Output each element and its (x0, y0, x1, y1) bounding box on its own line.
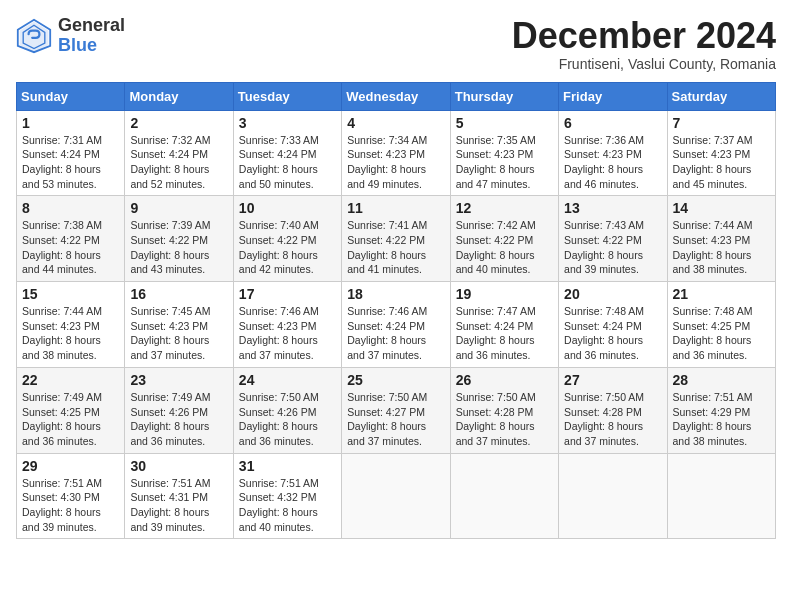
day-number: 3 (239, 115, 336, 131)
calendar-day-cell: 24Sunrise: 7:50 AMSunset: 4:26 PMDayligh… (233, 367, 341, 453)
day-info: Sunrise: 7:33 AMSunset: 4:24 PMDaylight:… (239, 133, 336, 192)
day-number: 13 (564, 200, 661, 216)
day-number: 26 (456, 372, 553, 388)
day-number: 27 (564, 372, 661, 388)
day-number: 8 (22, 200, 119, 216)
day-number: 4 (347, 115, 444, 131)
calendar-day-cell: 4Sunrise: 7:34 AMSunset: 4:23 PMDaylight… (342, 110, 450, 196)
day-info: Sunrise: 7:31 AMSunset: 4:24 PMDaylight:… (22, 133, 119, 192)
day-info: Sunrise: 7:39 AMSunset: 4:22 PMDaylight:… (130, 218, 227, 277)
logo-blue-text: Blue (58, 36, 125, 56)
day-number: 29 (22, 458, 119, 474)
calendar-day-cell: 8Sunrise: 7:38 AMSunset: 4:22 PMDaylight… (17, 196, 125, 282)
calendar-day-cell: 6Sunrise: 7:36 AMSunset: 4:23 PMDaylight… (559, 110, 667, 196)
title-section: December 2024 Fruntiseni, Vaslui County,… (512, 16, 776, 72)
calendar-day-cell: 25Sunrise: 7:50 AMSunset: 4:27 PMDayligh… (342, 367, 450, 453)
calendar-day-cell: 9Sunrise: 7:39 AMSunset: 4:22 PMDaylight… (125, 196, 233, 282)
calendar-week-row: 22Sunrise: 7:49 AMSunset: 4:25 PMDayligh… (17, 367, 776, 453)
day-info: Sunrise: 7:40 AMSunset: 4:22 PMDaylight:… (239, 218, 336, 277)
day-number: 28 (673, 372, 770, 388)
calendar-week-row: 1Sunrise: 7:31 AMSunset: 4:24 PMDaylight… (17, 110, 776, 196)
calendar-day-cell: 15Sunrise: 7:44 AMSunset: 4:23 PMDayligh… (17, 282, 125, 368)
month-title: December 2024 (512, 16, 776, 56)
calendar-week-row: 8Sunrise: 7:38 AMSunset: 4:22 PMDaylight… (17, 196, 776, 282)
day-number: 31 (239, 458, 336, 474)
empty-cell (559, 453, 667, 539)
weekday-header-wednesday: Wednesday (342, 82, 450, 110)
day-info: Sunrise: 7:51 AMSunset: 4:31 PMDaylight:… (130, 476, 227, 535)
weekday-header-monday: Monday (125, 82, 233, 110)
day-info: Sunrise: 7:45 AMSunset: 4:23 PMDaylight:… (130, 304, 227, 363)
empty-cell (450, 453, 558, 539)
day-info: Sunrise: 7:32 AMSunset: 4:24 PMDaylight:… (130, 133, 227, 192)
calendar-day-cell: 12Sunrise: 7:42 AMSunset: 4:22 PMDayligh… (450, 196, 558, 282)
day-info: Sunrise: 7:46 AMSunset: 4:23 PMDaylight:… (239, 304, 336, 363)
day-number: 20 (564, 286, 661, 302)
day-info: Sunrise: 7:46 AMSunset: 4:24 PMDaylight:… (347, 304, 444, 363)
day-info: Sunrise: 7:38 AMSunset: 4:22 PMDaylight:… (22, 218, 119, 277)
day-number: 17 (239, 286, 336, 302)
calendar-day-cell: 14Sunrise: 7:44 AMSunset: 4:23 PMDayligh… (667, 196, 775, 282)
weekday-header-thursday: Thursday (450, 82, 558, 110)
day-info: Sunrise: 7:51 AMSunset: 4:29 PMDaylight:… (673, 390, 770, 449)
day-info: Sunrise: 7:42 AMSunset: 4:22 PMDaylight:… (456, 218, 553, 277)
day-number: 25 (347, 372, 444, 388)
calendar-day-cell: 13Sunrise: 7:43 AMSunset: 4:22 PMDayligh… (559, 196, 667, 282)
day-number: 22 (22, 372, 119, 388)
logo-general-text: General (58, 16, 125, 36)
calendar-day-cell: 17Sunrise: 7:46 AMSunset: 4:23 PMDayligh… (233, 282, 341, 368)
day-number: 10 (239, 200, 336, 216)
day-info: Sunrise: 7:48 AMSunset: 4:25 PMDaylight:… (673, 304, 770, 363)
day-number: 9 (130, 200, 227, 216)
calendar-day-cell: 16Sunrise: 7:45 AMSunset: 4:23 PMDayligh… (125, 282, 233, 368)
weekday-header-sunday: Sunday (17, 82, 125, 110)
day-number: 19 (456, 286, 553, 302)
calendar-day-cell: 22Sunrise: 7:49 AMSunset: 4:25 PMDayligh… (17, 367, 125, 453)
day-number: 30 (130, 458, 227, 474)
day-number: 7 (673, 115, 770, 131)
day-info: Sunrise: 7:47 AMSunset: 4:24 PMDaylight:… (456, 304, 553, 363)
logo: General Blue (16, 16, 125, 56)
day-number: 21 (673, 286, 770, 302)
day-number: 23 (130, 372, 227, 388)
calendar-day-cell: 7Sunrise: 7:37 AMSunset: 4:23 PMDaylight… (667, 110, 775, 196)
calendar-day-cell: 18Sunrise: 7:46 AMSunset: 4:24 PMDayligh… (342, 282, 450, 368)
day-info: Sunrise: 7:41 AMSunset: 4:22 PMDaylight:… (347, 218, 444, 277)
calendar-day-cell: 21Sunrise: 7:48 AMSunset: 4:25 PMDayligh… (667, 282, 775, 368)
calendar-day-cell: 31Sunrise: 7:51 AMSunset: 4:32 PMDayligh… (233, 453, 341, 539)
weekday-header-tuesday: Tuesday (233, 82, 341, 110)
calendar-day-cell: 28Sunrise: 7:51 AMSunset: 4:29 PMDayligh… (667, 367, 775, 453)
day-info: Sunrise: 7:34 AMSunset: 4:23 PMDaylight:… (347, 133, 444, 192)
day-info: Sunrise: 7:51 AMSunset: 4:32 PMDaylight:… (239, 476, 336, 535)
day-number: 11 (347, 200, 444, 216)
calendar-day-cell: 11Sunrise: 7:41 AMSunset: 4:22 PMDayligh… (342, 196, 450, 282)
day-info: Sunrise: 7:50 AMSunset: 4:28 PMDaylight:… (456, 390, 553, 449)
calendar-table: SundayMondayTuesdayWednesdayThursdayFrid… (16, 82, 776, 540)
calendar-day-cell: 20Sunrise: 7:48 AMSunset: 4:24 PMDayligh… (559, 282, 667, 368)
day-info: Sunrise: 7:50 AMSunset: 4:28 PMDaylight:… (564, 390, 661, 449)
location-subtitle: Fruntiseni, Vaslui County, Romania (512, 56, 776, 72)
day-number: 24 (239, 372, 336, 388)
day-info: Sunrise: 7:44 AMSunset: 4:23 PMDaylight:… (673, 218, 770, 277)
day-info: Sunrise: 7:50 AMSunset: 4:27 PMDaylight:… (347, 390, 444, 449)
page-header: General Blue December 2024 Fruntiseni, V… (16, 16, 776, 72)
calendar-day-cell: 30Sunrise: 7:51 AMSunset: 4:31 PMDayligh… (125, 453, 233, 539)
calendar-day-cell: 27Sunrise: 7:50 AMSunset: 4:28 PMDayligh… (559, 367, 667, 453)
day-info: Sunrise: 7:51 AMSunset: 4:30 PMDaylight:… (22, 476, 119, 535)
calendar-day-cell: 3Sunrise: 7:33 AMSunset: 4:24 PMDaylight… (233, 110, 341, 196)
day-number: 1 (22, 115, 119, 131)
calendar-day-cell: 10Sunrise: 7:40 AMSunset: 4:22 PMDayligh… (233, 196, 341, 282)
day-number: 14 (673, 200, 770, 216)
day-info: Sunrise: 7:37 AMSunset: 4:23 PMDaylight:… (673, 133, 770, 192)
day-number: 2 (130, 115, 227, 131)
calendar-day-cell: 19Sunrise: 7:47 AMSunset: 4:24 PMDayligh… (450, 282, 558, 368)
calendar-week-row: 29Sunrise: 7:51 AMSunset: 4:30 PMDayligh… (17, 453, 776, 539)
weekday-header-saturday: Saturday (667, 82, 775, 110)
calendar-week-row: 15Sunrise: 7:44 AMSunset: 4:23 PMDayligh… (17, 282, 776, 368)
calendar-day-cell: 29Sunrise: 7:51 AMSunset: 4:30 PMDayligh… (17, 453, 125, 539)
day-number: 16 (130, 286, 227, 302)
day-info: Sunrise: 7:35 AMSunset: 4:23 PMDaylight:… (456, 133, 553, 192)
day-info: Sunrise: 7:36 AMSunset: 4:23 PMDaylight:… (564, 133, 661, 192)
day-info: Sunrise: 7:43 AMSunset: 4:22 PMDaylight:… (564, 218, 661, 277)
day-number: 18 (347, 286, 444, 302)
